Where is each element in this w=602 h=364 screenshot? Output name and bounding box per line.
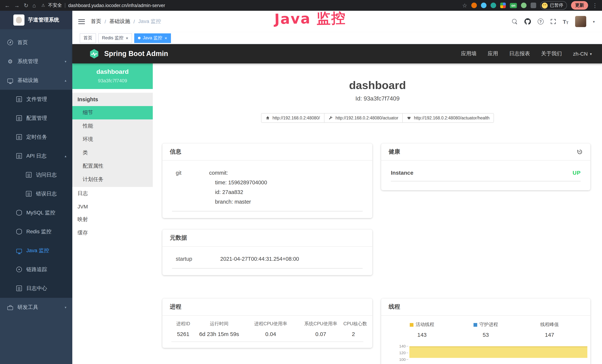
sidebar-item-jvm[interactable]: JVM [72,200,153,213]
menu-label: 配置管理 [26,115,47,121]
hamburger-icon[interactable] [78,19,85,24]
breadcrumb: 首页 / 基础设施 / Java 监控 [91,18,161,25]
tab-java[interactable]: Java 监控 × [134,33,171,43]
reload-icon[interactable]: ↻ [24,3,28,8]
instance-header[interactable]: dashboard 93a3fc7f7409 [72,64,153,89]
close-icon[interactable]: × [164,36,167,40]
bookmark-star-icon[interactable]: ☆ [462,3,467,8]
sidebar-item-caches[interactable]: 缓存 [72,226,153,240]
extension-icon[interactable] [500,3,506,8]
breadcrumb-item[interactable]: 首页 [91,18,101,25]
nav-journal[interactable]: 日志报表 [509,50,530,57]
link-health[interactable]: http://192.168.0.2:48080/actuator/health [402,113,494,123]
sba-navbar: Spring Boot Admin 应用墙 应用 日志报表 关于我们 zh-CN… [72,44,602,64]
link-label: http://192.168.0.2:48080/actuator [335,116,398,120]
avatar-caret-icon[interactable]: ▾ [593,20,595,23]
column-header: CPU核心数 [343,321,363,327]
profile-chip[interactable]: 已暂停 [540,1,567,10]
card-body: 进程ID 运行时间 进程CPU使用率 系统CPU使用率 CPU核心数 5261 … [162,316,372,348]
document-icon [16,286,22,291]
history-icon[interactable] [577,149,583,155]
menu-item-redis[interactable]: Redis 监控 [0,222,72,241]
menu-item-config[interactable]: 配置管理 [0,109,72,128]
monitor-icon [7,78,13,83]
info-row: git commit: time: 1596289704000 id: 27aa… [172,168,363,211]
menu-label: 访问日志 [36,171,57,178]
nav-wallboard[interactable]: 应用墙 [461,50,477,57]
admin-menu: 首页 ⚙ 系统管理 ▾ 基础设施 ▴ 文件管理 [0,29,72,364]
menu-item-trace[interactable]: 链路追踪 [0,260,72,279]
sidebar-item-details[interactable]: 细节 [72,106,153,119]
menu-item-job[interactable]: 定时任务 [0,128,72,147]
card-body: Instance UP [381,161,590,190]
update-button[interactable]: 更新 [571,1,588,10]
breadcrumb-item[interactable]: 基础设施 [109,18,130,25]
sidebar-item-config-props[interactable]: 配置属性 [72,160,153,173]
menu-item-infra[interactable]: 基础设施 ▴ [0,71,72,90]
active-dot-icon [138,37,140,39]
menu-label: 系统管理 [17,58,38,65]
tab-home[interactable]: 首页 [80,33,96,43]
extension-on-icon[interactable]: on [510,3,517,8]
heart-icon [407,116,411,120]
back-icon[interactable]: ← [4,3,10,8]
extension-icon[interactable] [491,3,496,8]
threads-card: 线程 活动线程 守护进程 [381,299,590,364]
card-body: startup 2021-04-27T00:44:31.254+08:00 [162,247,372,275]
locale-select[interactable]: zh-CN ▾ [573,51,592,57]
sidebar-item-performance[interactable]: 性能 [72,119,153,133]
instance-links: http://192.168.0.2:48080/ http://192.168… [153,113,602,123]
menu-item-dev[interactable]: 研发工具 ▾ [0,298,72,317]
card-header: 健康 [381,143,590,161]
tab-redis[interactable]: Redis 监控 × [98,33,132,43]
sidebar-item-classes[interactable]: 类 [72,146,153,160]
app-logo-row[interactable]: 芋道管理系统 [0,11,72,29]
menu-item-mysql[interactable]: MySQL 监控 [0,203,72,222]
forward-icon[interactable]: → [14,3,20,8]
sidebar-item-environment[interactable]: 环境 [72,133,153,146]
card-title: 进程 [170,303,181,311]
url-text[interactable]: dashboard.yudao.iocoder.cn/infra/admin-s… [68,3,165,8]
extensions-puzzle-icon[interactable] [531,3,536,8]
menu-item-file[interactable]: 文件管理 [0,90,72,109]
process-headers: 进程ID 运行时间 进程CPU使用率 系统CPU使用率 CPU核心数 [171,321,363,327]
avatar[interactable] [575,16,586,27]
sidebar-item-logging[interactable]: 日志 [72,187,153,200]
dashboard-icon [7,40,13,45]
fullscreen-icon[interactable] [550,19,556,24]
y-axis-tick: 140 [396,344,406,348]
menu-item-log-center[interactable]: 日志中心 [0,279,72,298]
help-icon[interactable]: ? [538,19,543,24]
browser-menu-icon[interactable]: ⋮ [592,3,598,8]
address-bar[interactable]: ⚠ 不安全 dashboard.yudao.iocoder.cn/infra/a… [41,2,458,9]
card-header: 线程 [381,299,590,316]
menu-item-access-log[interactable]: 访问日志 [0,165,72,184]
sba-logo-icon[interactable] [89,48,100,59]
menu-item-api-log[interactable]: API 日志 ▴ [0,147,72,165]
github-icon[interactable] [524,18,531,25]
menu-item-home[interactable]: 首页 [0,33,72,52]
sba-brand[interactable]: Spring Boot Admin [104,50,168,58]
menu-item-error-log[interactable]: 错误日志 [0,184,72,203]
link-actuator[interactable]: http://192.168.0.2:48080/actuator [324,113,403,123]
nav-applications[interactable]: 应用 [488,50,498,57]
sidebar-item-scheduled-tasks[interactable]: 计划任务 [72,173,153,186]
legend-item: 线程峰值 [518,321,581,328]
security-label[interactable]: 不安全 [48,2,62,9]
menu-item-java[interactable]: Java 监控 [0,241,72,260]
home-icon[interactable]: ⌂ [32,3,36,8]
search-icon[interactable] [512,19,517,24]
menu-item-system[interactable]: ⚙ 系统管理 ▾ [0,52,72,71]
link-root[interactable]: http://192.168.0.2:48080/ [261,113,324,123]
extension-icon[interactable] [521,3,527,8]
eye-icon [16,267,22,272]
extension-icon[interactable] [481,3,486,8]
info-key: git [172,168,209,207]
sidebar-item-mappings[interactable]: 映射 [72,213,153,226]
extension-icon[interactable] [471,3,477,8]
font-size-icon[interactable]: TT [563,18,569,25]
tab-label: 首页 [83,35,92,41]
nav-about[interactable]: 关于我们 [541,50,562,57]
info-card: 信息 git commit: time: 1596289704000 id: 2… [162,143,372,218]
close-icon[interactable]: × [126,36,128,40]
